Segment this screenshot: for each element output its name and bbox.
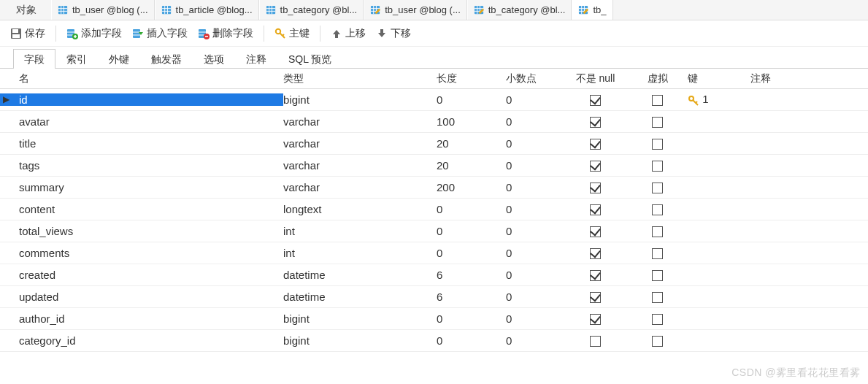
header-notnull[interactable]: 不是 null xyxy=(561,72,630,85)
document-tab[interactable]: tb_ xyxy=(572,0,612,20)
cell-name[interactable]: created xyxy=(13,269,283,281)
checkbox-icon[interactable] xyxy=(652,336,663,347)
cell-decimals[interactable]: 0 xyxy=(506,269,561,281)
cell-length[interactable]: 0 xyxy=(437,334,506,347)
move-down-button[interactable]: 下移 xyxy=(372,24,415,43)
cell-type[interactable]: datetime xyxy=(283,291,437,303)
header-name[interactable]: 名 xyxy=(13,72,283,85)
cell-length[interactable]: 0 xyxy=(437,225,506,237)
table-row[interactable]: avatarvarchar1000 xyxy=(0,111,868,133)
cell-name[interactable]: tags xyxy=(13,159,283,172)
cell-type[interactable]: bigint xyxy=(283,93,437,106)
table-row[interactable]: category_idbigint00 xyxy=(0,330,868,352)
cell-notnull[interactable] xyxy=(561,334,630,347)
cell-virtual[interactable] xyxy=(630,203,685,216)
cell-notnull[interactable] xyxy=(561,225,630,238)
subtab-2[interactable]: 外键 xyxy=(98,49,140,69)
checkbox-icon[interactable] xyxy=(652,183,663,193)
checkbox-icon[interactable] xyxy=(590,183,601,193)
cell-notnull[interactable] xyxy=(561,291,630,304)
checkbox-icon[interactable] xyxy=(652,248,663,259)
cell-virtual[interactable] xyxy=(630,159,685,172)
cell-virtual[interactable] xyxy=(630,247,685,260)
cell-length[interactable]: 20 xyxy=(437,137,506,150)
subtab-4[interactable]: 选项 xyxy=(193,49,235,69)
cell-length[interactable]: 0 xyxy=(437,203,506,215)
cell-type[interactable]: bigint xyxy=(283,334,437,347)
checkbox-icon[interactable] xyxy=(652,139,663,150)
table-row[interactable]: author_idbigint00 xyxy=(0,308,868,330)
cell-decimals[interactable]: 0 xyxy=(506,334,561,347)
checkbox-icon[interactable] xyxy=(590,226,601,237)
cell-type[interactable]: varchar xyxy=(283,181,437,193)
cell-decimals[interactable]: 0 xyxy=(506,137,561,150)
cell-notnull[interactable] xyxy=(561,137,630,150)
cell-notnull[interactable] xyxy=(561,159,630,172)
checkbox-icon[interactable] xyxy=(652,226,663,237)
cell-decimals[interactable]: 0 xyxy=(506,181,561,193)
document-tab[interactable]: tb_user @blog (... xyxy=(51,0,155,20)
subtab-0[interactable]: 字段 xyxy=(13,49,55,69)
table-row[interactable]: titlevarchar200 xyxy=(0,133,868,155)
document-tab[interactable]: tb_category @bl... xyxy=(259,0,364,20)
cell-notnull[interactable] xyxy=(561,312,630,326)
cell-name[interactable]: content xyxy=(13,203,283,215)
subtab-5[interactable]: 注释 xyxy=(235,49,277,69)
document-tab[interactable]: tb_user @blog (... xyxy=(364,0,467,20)
cell-name[interactable]: total_views xyxy=(13,225,283,237)
subtab-3[interactable]: 触发器 xyxy=(140,49,193,69)
cell-virtual[interactable] xyxy=(630,225,685,238)
cell-decimals[interactable]: 0 xyxy=(506,312,561,325)
document-tab[interactable]: tb_category @bl... xyxy=(467,0,572,20)
table-row[interactable]: commentsint00 xyxy=(0,242,868,264)
checkbox-icon[interactable] xyxy=(590,161,601,172)
document-tab[interactable]: tb_article @blog... xyxy=(155,0,259,20)
cell-notnull[interactable] xyxy=(561,269,630,282)
table-row[interactable]: tagsvarchar200 xyxy=(0,155,868,177)
cell-name[interactable]: avatar xyxy=(13,115,283,128)
cell-length[interactable]: 100 xyxy=(437,115,506,128)
header-key[interactable]: 键 xyxy=(685,72,750,85)
table-row[interactable]: createddatetime60 xyxy=(0,264,868,286)
cell-notnull[interactable] xyxy=(561,247,630,260)
checkbox-icon[interactable] xyxy=(590,117,601,128)
move-up-button[interactable]: 上移 xyxy=(326,24,370,43)
cell-virtual[interactable] xyxy=(630,137,685,150)
cell-name[interactable]: category_id xyxy=(13,334,283,347)
cell-type[interactable]: int xyxy=(283,247,437,259)
table-row[interactable]: ▶idbigint00 1 xyxy=(0,89,868,111)
delete-field-button[interactable]: 删除字段 xyxy=(193,24,258,43)
objects-label[interactable]: 对象 xyxy=(0,0,51,20)
cell-decimals[interactable]: 0 xyxy=(506,159,561,172)
checkbox-icon[interactable] xyxy=(590,336,601,347)
cell-length[interactable]: 0 xyxy=(437,247,506,259)
cell-decimals[interactable]: 0 xyxy=(506,225,561,237)
cell-decimals[interactable]: 0 xyxy=(506,291,561,303)
cell-type[interactable]: datetime xyxy=(283,269,437,281)
subtab-1[interactable]: 索引 xyxy=(55,49,98,69)
table-row[interactable]: contentlongtext00 xyxy=(0,199,868,220)
primary-key-button[interactable]: 主键 xyxy=(270,24,314,43)
cell-decimals[interactable]: 0 xyxy=(506,247,561,259)
cell-type[interactable]: varchar xyxy=(283,115,437,128)
cell-name[interactable]: title xyxy=(13,137,283,150)
insert-field-button[interactable]: 插入字段 xyxy=(128,24,192,43)
cell-type[interactable]: varchar xyxy=(283,159,437,172)
add-field-button[interactable]: 添加字段 xyxy=(62,24,126,43)
checkbox-icon[interactable] xyxy=(590,314,601,325)
checkbox-icon[interactable] xyxy=(652,204,663,215)
checkbox-icon[interactable] xyxy=(652,314,663,325)
cell-name[interactable]: summary xyxy=(13,181,283,193)
checkbox-icon[interactable] xyxy=(652,270,663,281)
checkbox-icon[interactable] xyxy=(590,292,601,303)
cell-length[interactable]: 6 xyxy=(437,269,506,281)
checkbox-icon[interactable] xyxy=(590,139,601,150)
subtab-6[interactable]: SQL 预览 xyxy=(277,49,342,69)
header-length[interactable]: 长度 xyxy=(437,72,506,85)
cell-type[interactable]: int xyxy=(283,225,437,237)
cell-virtual[interactable] xyxy=(630,115,685,128)
cell-notnull[interactable] xyxy=(561,203,630,216)
cell-virtual[interactable] xyxy=(630,269,685,282)
cell-key[interactable]: 1 xyxy=(685,93,750,106)
cell-decimals[interactable]: 0 xyxy=(506,115,561,128)
